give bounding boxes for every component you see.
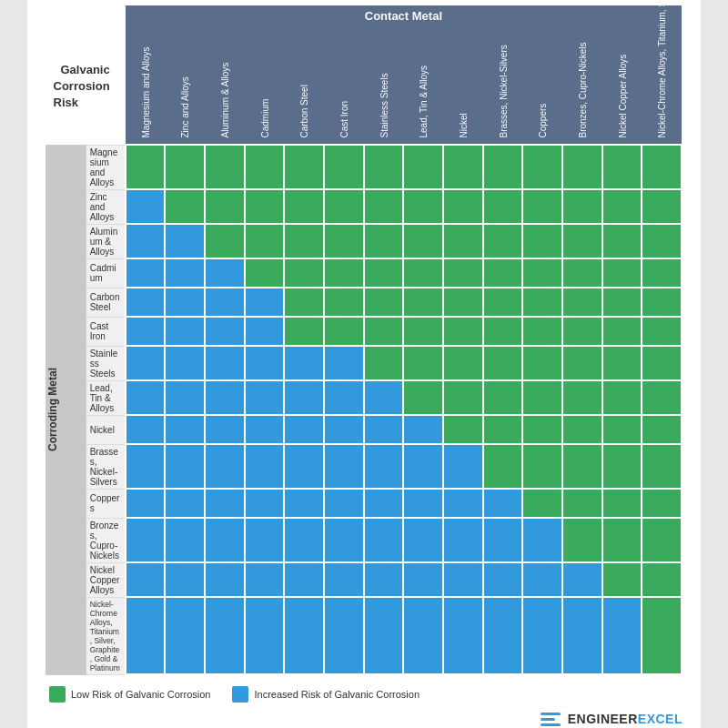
- cell-5-10: [522, 317, 562, 346]
- cell-10-4: [284, 489, 324, 518]
- cell-9-6: [364, 444, 404, 489]
- cell-9-5: [324, 444, 364, 489]
- cell-8-12: [602, 415, 642, 444]
- cell-7-5: [324, 380, 364, 415]
- corroding-metal-text: Corroding Metal: [46, 368, 59, 451]
- cell-13-5: [324, 597, 364, 674]
- cell-11-7: [403, 518, 443, 562]
- cell-11-9: [483, 518, 523, 562]
- corrosion-table: Contact Metal Galvanic Corrosion Risk Ma…: [46, 5, 682, 675]
- table-row: Carbon Steel: [46, 288, 682, 317]
- cell-0-9: [483, 145, 523, 189]
- cell-7-6: [364, 380, 404, 415]
- row-label: Aluminum & Alloys: [86, 224, 126, 258]
- cell-5-8: [443, 317, 483, 346]
- col-header-2: Aluminum & Alloys: [205, 26, 245, 145]
- table-row: Cast Iron: [46, 317, 682, 346]
- row-label: Cadmium: [86, 258, 126, 288]
- cell-2-12: [602, 224, 642, 258]
- brand-line-3: [541, 723, 561, 726]
- cell-4-13: [642, 288, 682, 317]
- col-header-0: Magnesium and Alloys: [126, 26, 166, 145]
- cell-10-10: [522, 489, 562, 518]
- cell-13-10: [522, 597, 562, 674]
- cell-4-11: [562, 288, 602, 317]
- cell-9-10: [522, 444, 562, 489]
- cell-5-13: [642, 317, 682, 346]
- cell-12-9: [483, 562, 523, 597]
- cell-8-11: [562, 415, 602, 444]
- cell-5-6: [364, 317, 404, 346]
- cell-12-7: [403, 562, 443, 597]
- row-label: Lead, Tin & Alloys: [86, 380, 126, 415]
- cell-3-3: [245, 258, 285, 288]
- legend-blue-box: [232, 686, 248, 703]
- col-header-1: Zinc and Alloys: [165, 26, 205, 145]
- table-body: Corroding MetalMagnesium and AlloysZinc …: [46, 145, 682, 674]
- row-label: Brasses, Nickel-Silvers: [86, 444, 126, 489]
- cell-11-4: [284, 518, 324, 562]
- cell-1-8: [443, 189, 483, 224]
- cell-9-9: [483, 444, 523, 489]
- cell-2-1: [165, 224, 205, 258]
- cell-6-0: [126, 346, 166, 380]
- cell-2-11: [562, 224, 602, 258]
- galvanic-title: Galvanic Corrosion Risk: [54, 56, 110, 116]
- col-header-11: Bronzes, Cupro-Nickels: [562, 26, 602, 145]
- cell-9-8: [443, 444, 483, 489]
- cell-4-10: [522, 288, 562, 317]
- cell-8-10: [522, 415, 562, 444]
- brand-line-1: [541, 713, 561, 715]
- cell-6-4: [284, 346, 324, 380]
- cell-5-11: [562, 317, 602, 346]
- cell-2-8: [443, 224, 483, 258]
- cell-13-8: [443, 597, 483, 674]
- cell-13-4: [284, 597, 324, 674]
- cell-0-0: [126, 145, 166, 189]
- row-label: Coppers: [86, 489, 126, 518]
- cell-6-2: [205, 346, 245, 380]
- cell-6-1: [165, 346, 205, 380]
- cell-13-13: [642, 597, 682, 674]
- cell-5-0: [126, 317, 166, 346]
- cell-4-12: [602, 288, 642, 317]
- cell-9-0: [126, 444, 166, 489]
- row-label: Zinc and Alloys: [86, 189, 126, 224]
- cell-6-11: [562, 346, 602, 380]
- cell-1-12: [602, 189, 642, 224]
- cell-3-5: [324, 258, 364, 288]
- cell-8-7: [403, 415, 443, 444]
- col-headers-row: Galvanic Corrosion Risk Magnesium and Al…: [46, 26, 682, 145]
- cell-9-4: [284, 444, 324, 489]
- cell-11-11: [562, 518, 602, 562]
- cell-0-10: [522, 145, 562, 189]
- cell-1-6: [364, 189, 404, 224]
- row-label: Stainless Steels: [86, 346, 126, 380]
- cell-12-10: [522, 562, 562, 597]
- contact-metal-header: Contact Metal: [126, 5, 682, 26]
- cell-0-12: [602, 145, 642, 189]
- cell-4-2: [205, 288, 245, 317]
- row-label: Carbon Steel: [86, 288, 126, 317]
- cell-1-11: [562, 189, 602, 224]
- cell-1-2: [205, 189, 245, 224]
- cell-7-13: [642, 380, 682, 415]
- cell-10-13: [642, 489, 682, 518]
- cell-12-13: [642, 562, 682, 597]
- cell-10-7: [403, 489, 443, 518]
- table-row: Aluminum & Alloys: [46, 224, 682, 258]
- cell-13-9: [483, 597, 523, 674]
- cell-13-6: [364, 597, 404, 674]
- table-row: Corroding MetalMagnesium and Alloys: [46, 145, 682, 189]
- cell-6-10: [522, 346, 562, 380]
- cell-6-9: [483, 346, 523, 380]
- cell-12-1: [165, 562, 205, 597]
- cell-13-11: [562, 597, 602, 674]
- cell-1-1: [165, 189, 205, 224]
- corroding-metal-label-cell: Corroding Metal: [46, 145, 86, 674]
- col-header-10: Coppers: [522, 26, 562, 145]
- cell-0-3: [245, 145, 285, 189]
- col-header-12: Nickel Copper Alloys: [602, 26, 642, 145]
- cell-13-0: [126, 597, 166, 674]
- cell-3-11: [562, 258, 602, 288]
